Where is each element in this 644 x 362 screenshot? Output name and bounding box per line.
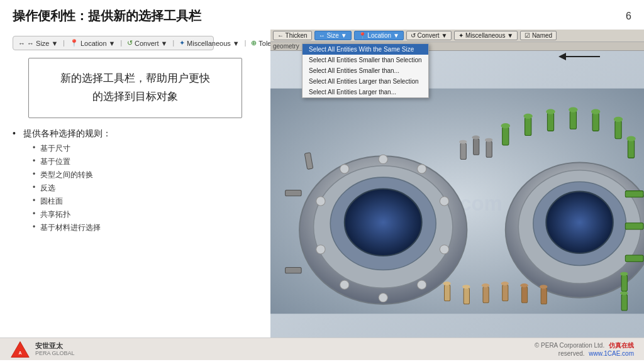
sw-geometry-label: geometry xyxy=(273,43,299,50)
sep2: | xyxy=(120,40,122,47)
dropdown-item-larger-sel[interactable]: Select All Entities Larger than Selectio… xyxy=(303,76,428,87)
toolbar-location[interactable]: 📍 Location ▼ xyxy=(70,39,115,47)
tol-icon: ⊕ xyxy=(251,39,257,47)
svg-point-43 xyxy=(482,283,489,287)
sep3: | xyxy=(172,40,174,47)
sw-location-btn[interactable]: 📍 Location ▼ xyxy=(354,31,404,40)
svg-point-39 xyxy=(443,282,450,285)
svg-point-12 xyxy=(379,293,387,302)
svg-rect-36 xyxy=(625,223,643,229)
svg-rect-40 xyxy=(464,288,469,304)
list-item: 基于尺寸 xyxy=(30,142,258,155)
svg-rect-31 xyxy=(615,121,621,139)
svg-point-16 xyxy=(340,165,349,173)
dropdown-item-same-size[interactable]: Select All Entities With the Same Size xyxy=(303,44,428,55)
svg-point-53 xyxy=(472,136,480,140)
dropdown-item-smaller-sel[interactable]: Select All Entities Smaller than Selecti… xyxy=(303,55,428,65)
bullet-sublist: 基于尺寸 基于位置 类型之间的转换 反选 圆柱面 共享拓扑 基于材料进行选择 xyxy=(13,142,258,234)
logo-company: 安世亚太 xyxy=(35,341,75,350)
svg-rect-35 xyxy=(625,191,643,197)
svg-rect-57 xyxy=(286,190,302,196)
copyright-text: © PERA Corporation Ltd. xyxy=(535,342,604,349)
footer-brand: www.1CAE.com xyxy=(589,350,634,357)
company-logo: A xyxy=(10,339,30,359)
size-dropdown-icon: ▼ xyxy=(51,40,58,47)
dropdown-item-smaller-than[interactable]: Select All Entities Smaller than... xyxy=(303,65,428,76)
svg-point-20 xyxy=(546,192,613,253)
footer: A 安世亚太 PERA GLOBAL © PERA Corporation Lt… xyxy=(0,337,644,360)
svg-point-47 xyxy=(520,283,528,287)
text-line2: 的选择到目标对象 xyxy=(39,88,231,106)
svg-point-51 xyxy=(459,140,467,144)
svg-point-41 xyxy=(462,285,470,288)
sep1: | xyxy=(63,40,65,47)
toolbar-misc[interactable]: ✦ Miscellaneous ▼ xyxy=(179,39,240,47)
location-dropdown-icon: ▼ xyxy=(109,40,116,47)
svg-point-28 xyxy=(569,107,577,112)
sw-misc-btn[interactable]: ✦ Miscellaneous ▼ xyxy=(454,31,518,40)
svg-rect-46 xyxy=(521,287,527,303)
svg-rect-50 xyxy=(460,143,466,160)
logo-sub: PERA GLOBAL xyxy=(35,350,75,358)
svg-point-62 xyxy=(620,291,628,295)
svg-rect-38 xyxy=(445,285,450,301)
svg-point-30 xyxy=(591,109,600,114)
svg-rect-25 xyxy=(547,113,553,131)
list-item: 基于材料进行选择 xyxy=(30,221,258,234)
svg-point-7 xyxy=(379,155,387,163)
list-item: 类型之间的转换 xyxy=(30,168,258,182)
svg-point-6 xyxy=(345,189,422,256)
bullet-section: • 提供各种选择的规则： 基于尺寸 基于位置 类型之间的转换 反选 圆柱面 共享… xyxy=(13,128,258,234)
svg-rect-27 xyxy=(570,111,576,129)
footer-left: A 安世亚太 PERA GLOBAL xyxy=(10,339,75,359)
svg-point-26 xyxy=(546,109,555,114)
toolbar-bar[interactable]: ↔ ↔ Size ▼ | 📍 Location ▼ | ↺ Convert ▼ … xyxy=(13,36,214,50)
toolbar-size[interactable]: ↔ ↔ Size ▼ xyxy=(18,40,58,47)
main-content: ↔ ↔ Size ▼ | 📍 Location ▼ | ↺ Convert ▼ … xyxy=(0,30,644,337)
arrow-annotation xyxy=(556,47,606,69)
toolbar-convert[interactable]: ↺ Convert ▼ xyxy=(127,39,167,47)
page-title: 操作便利性：提供新的选择工具栏 xyxy=(13,8,201,25)
svg-point-34 xyxy=(626,136,635,141)
svg-rect-21 xyxy=(502,127,509,145)
svg-rect-44 xyxy=(502,285,508,301)
sw-named-btn[interactable]: ☑ Named xyxy=(520,31,557,40)
svg-rect-29 xyxy=(592,113,599,131)
svg-rect-23 xyxy=(525,118,531,136)
svg-point-15 xyxy=(316,197,325,206)
logo-text: 安世亚太 PERA GLOBAL xyxy=(35,341,75,358)
footer-reserved: reserved. xyxy=(558,350,585,357)
svg-point-22 xyxy=(501,123,510,128)
svg-point-45 xyxy=(501,282,509,285)
svg-rect-37 xyxy=(625,255,643,261)
text-line1: 新的选择工具栏，帮助用户更快 xyxy=(39,70,231,88)
sw-size-dropdown: Select All Entities With the Same Size S… xyxy=(302,43,429,98)
size-icon: ↔ xyxy=(18,40,25,47)
svg-rect-61 xyxy=(621,295,627,311)
left-panel: ↔ ↔ Size ▼ | 📍 Location ▼ | ↺ Convert ▼ … xyxy=(0,30,270,337)
list-item: 反选 xyxy=(30,182,258,195)
sw-thicken-btn[interactable]: ← Thicken xyxy=(273,31,312,40)
svg-point-14 xyxy=(316,245,325,254)
convert-icon: ↺ xyxy=(127,39,133,47)
svg-text:A: A xyxy=(18,351,21,356)
header: 操作便利性：提供新的选择工具栏 6 xyxy=(0,0,644,30)
dropdown-item-larger-than[interactable]: Select All Entities Larger than... xyxy=(303,87,428,97)
svg-point-24 xyxy=(523,114,532,119)
svg-rect-54 xyxy=(486,141,492,158)
reserved-text: 仿真在线 xyxy=(609,342,634,349)
svg-point-32 xyxy=(614,117,623,122)
svg-point-55 xyxy=(485,138,492,142)
misc-dropdown-icon: ▼ xyxy=(233,40,240,47)
svg-rect-42 xyxy=(483,287,489,303)
sw-convert-btn[interactable]: ↺ Convert ▼ xyxy=(406,31,452,40)
slide-number: 6 xyxy=(626,11,631,22)
sw-size-btn[interactable]: ↔ Size ▼ xyxy=(314,31,352,40)
svg-point-10 xyxy=(440,245,448,254)
svg-point-60 xyxy=(620,272,628,276)
convert-dropdown-icon: ▼ xyxy=(161,40,168,47)
svg-point-8 xyxy=(418,165,426,173)
sw-toolbar: ← Thicken ↔ Size ▼ 📍 Location ▼ ↺ Conver… xyxy=(270,30,644,41)
bullet-main: • 提供各种选择的规则： xyxy=(13,128,258,140)
svg-rect-48 xyxy=(541,288,547,304)
